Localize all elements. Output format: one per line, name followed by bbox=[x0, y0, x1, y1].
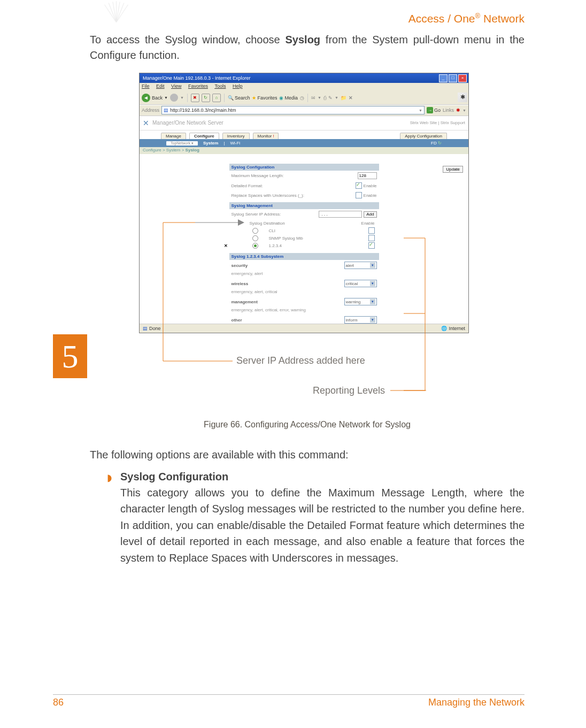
chevron-down-icon: ▾ bbox=[370, 317, 375, 323]
subsystem-section: Syslog 1.2.3.4 Subsystem bbox=[229, 253, 379, 260]
other-select[interactable]: inform▾ bbox=[344, 316, 377, 324]
chevron-down-icon: ▾ bbox=[370, 263, 375, 268]
server-ip-input[interactable] bbox=[319, 211, 362, 218]
radio-snmp[interactable] bbox=[252, 235, 258, 241]
wireless-levels: emergency, alert, critical bbox=[229, 289, 379, 296]
subnav-dropdown[interactable]: TopNetwork ▾ bbox=[166, 141, 198, 145]
history-icon[interactable]: ◷ bbox=[300, 95, 304, 101]
refresh-status-icon[interactable]: ↻ bbox=[438, 141, 442, 145]
search-icon: 🔍 bbox=[228, 95, 234, 101]
replace-spaces-checkbox[interactable] bbox=[356, 192, 362, 198]
syslog-screenshot: Manager/One Main 192.168.0.3 - Internet … bbox=[139, 73, 469, 333]
media-button[interactable]: ◉Media bbox=[279, 95, 298, 101]
other-label: other bbox=[232, 318, 242, 323]
server-ip-label: Syslog Server IP Address: bbox=[232, 212, 281, 217]
stop-icon[interactable]: ✖ bbox=[191, 94, 199, 102]
edit-icon[interactable]: ✎ bbox=[328, 95, 333, 101]
app-title: Manager/One Network Server bbox=[152, 120, 223, 126]
security-levels: emergency, alert bbox=[229, 271, 379, 278]
close-icon[interactable]: × bbox=[458, 74, 467, 82]
ie-address-bar: Address ▤ http://192.168.0.3/ncj/main.ht… bbox=[140, 105, 468, 116]
go-icon: → bbox=[427, 107, 433, 113]
done-icon: ▤ bbox=[143, 326, 148, 331]
update-button[interactable]: Update bbox=[443, 166, 463, 173]
strix-toolbar-icon[interactable]: ✕ bbox=[349, 95, 353, 101]
tab-inventory[interactable]: Inventory bbox=[222, 133, 250, 139]
strix-link-icon[interactable]: ✱ bbox=[456, 108, 460, 113]
detailed-format-label: Detailed Format: bbox=[232, 183, 263, 188]
bullet-icon: ◗ bbox=[107, 472, 112, 484]
print-icon[interactable]: ⎙ bbox=[323, 95, 326, 101]
detailed-format-checkbox[interactable] bbox=[356, 182, 362, 189]
chapter-number: 5 bbox=[53, 334, 87, 378]
back-label: Back bbox=[152, 95, 163, 101]
menu-edit[interactable]: Edit bbox=[156, 83, 165, 89]
menu-favorites[interactable]: Favorites bbox=[188, 83, 208, 89]
content-area: Update Syslog Configuration Maximum Mess… bbox=[140, 164, 468, 333]
home-icon[interactable]: ⌂ bbox=[212, 94, 221, 102]
enable-cli-checkbox[interactable] bbox=[368, 227, 375, 234]
internet-icon: 🌐 bbox=[441, 326, 447, 331]
subnav-wifi[interactable]: Wi-Fi bbox=[230, 141, 240, 145]
strix-links[interactable]: Strix Web Site | Strix Support bbox=[410, 120, 465, 125]
favorites-button[interactable]: ★Favorites bbox=[252, 95, 277, 101]
folder-icon[interactable]: 📁 bbox=[341, 95, 346, 101]
footer-title: Managing the Network bbox=[428, 697, 525, 708]
ie-toolbar: ◄ Back ▼ ▼ ✖ ↻ ⌂ 🔍Search ★Favorites ◉Med… bbox=[140, 91, 468, 105]
max-length-input[interactable] bbox=[358, 172, 377, 179]
apply-configuration-button[interactable]: Apply Configuration bbox=[400, 133, 447, 139]
window-title: Manager/One Main 192.168.0.3 - Internet … bbox=[143, 75, 251, 81]
security-label: security bbox=[232, 263, 248, 268]
product-brand: Access / One® Network bbox=[408, 12, 525, 25]
tab-manage[interactable]: Manage bbox=[161, 133, 186, 139]
star-icon: ★ bbox=[252, 95, 256, 101]
management-select[interactable]: warning▾ bbox=[344, 298, 377, 305]
max-length-label: Maximum Message Length: bbox=[232, 173, 284, 178]
dest-row-cli: CLI bbox=[232, 227, 377, 234]
subnav-system[interactable]: System bbox=[203, 141, 218, 145]
mail-icon[interactable]: ✉ bbox=[311, 95, 315, 101]
status-zone: Internet bbox=[449, 326, 465, 331]
menu-help[interactable]: Help bbox=[233, 83, 243, 89]
window-titlebar: Manager/One Main 192.168.0.3 - Internet … bbox=[140, 73, 468, 83]
go-button[interactable]: → Go bbox=[427, 107, 441, 113]
syslog-config-section: Syslog Configuration bbox=[229, 164, 379, 171]
dropdown-icon[interactable]: ▼ bbox=[419, 109, 422, 112]
add-button[interactable]: Add bbox=[364, 211, 376, 218]
back-icon: ◄ bbox=[142, 94, 150, 102]
throbber-icon: ✱ bbox=[458, 93, 467, 102]
refresh-icon[interactable]: ↻ bbox=[202, 94, 210, 102]
links-label[interactable]: Links bbox=[443, 108, 454, 113]
syslog-mgmt-section: Syslog Management bbox=[229, 202, 379, 209]
maximize-icon[interactable]: □ bbox=[449, 74, 457, 82]
tab-monitor[interactable]: Monitor ! bbox=[253, 133, 279, 139]
menu-view[interactable]: View bbox=[171, 83, 181, 89]
tab-configure[interactable]: Configure bbox=[189, 133, 219, 139]
delete-icon[interactable]: ✕ bbox=[224, 243, 228, 248]
bullet-title: Syslog Configuration bbox=[120, 471, 525, 483]
menu-tools[interactable]: Tools bbox=[214, 83, 226, 89]
forward-icon[interactable] bbox=[170, 94, 178, 102]
back-button[interactable]: ◄ Back ▼ bbox=[142, 94, 168, 102]
menu-file[interactable]: File bbox=[142, 83, 150, 89]
brand-suffix: Network bbox=[480, 12, 525, 25]
radio-cli[interactable] bbox=[252, 228, 258, 234]
enable-ip-checkbox[interactable] bbox=[368, 242, 375, 249]
ie-status-bar: ▤Done 🌐Internet bbox=[140, 324, 468, 333]
sub-navigation: TopNetwork ▾ System | Wi-Fi FD ↻ bbox=[140, 139, 468, 147]
app-header: ✕ Manager/One Network Server Strix Web S… bbox=[140, 116, 468, 131]
minimize-icon[interactable]: _ bbox=[439, 74, 448, 82]
radio-ip[interactable] bbox=[252, 243, 258, 249]
management-label: management bbox=[232, 300, 258, 304]
search-button[interactable]: 🔍Search bbox=[228, 95, 250, 101]
wireless-select[interactable]: critical▾ bbox=[344, 280, 377, 287]
security-select[interactable]: alert▾ bbox=[344, 262, 377, 269]
bullet-body: This category allows you to define the M… bbox=[120, 485, 525, 566]
ie-menubar: File Edit View Favorites Tools Help bbox=[140, 83, 468, 91]
replace-spaces-label: Replace Spaces with Underscores (_): bbox=[232, 193, 305, 198]
intro-paragraph: To access the Syslog window, choose Sysl… bbox=[90, 32, 525, 63]
enable-snmp-checkbox[interactable] bbox=[368, 235, 375, 241]
brand-reg: ® bbox=[475, 12, 481, 20]
following-paragraph: The following options are available with… bbox=[90, 447, 525, 463]
address-input[interactable]: ▤ http://192.168.0.3/ncj/main.htm ▼ bbox=[161, 106, 425, 114]
